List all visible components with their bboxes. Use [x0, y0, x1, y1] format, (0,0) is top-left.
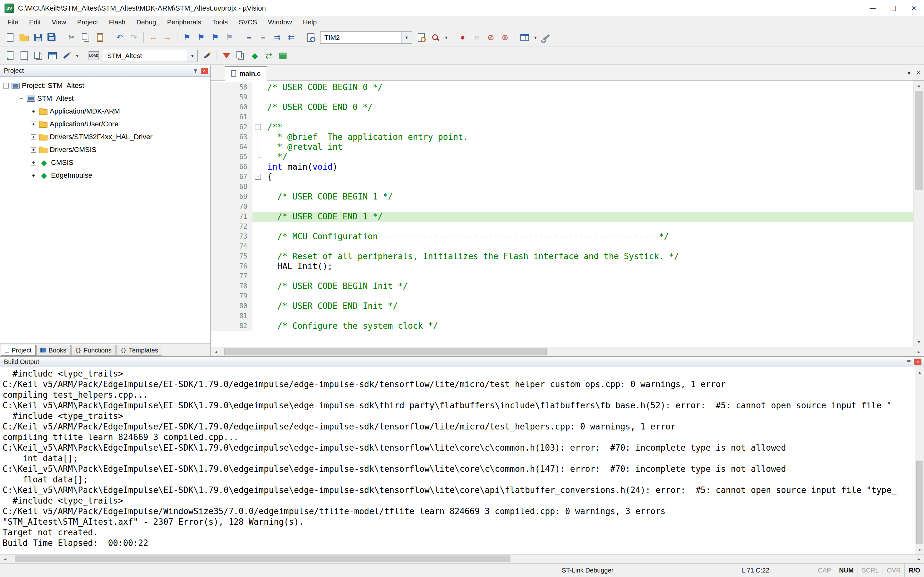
tree-item[interactable]: +◆CMSIS: [0, 156, 210, 169]
menu-edit[interactable]: Edit: [24, 16, 46, 28]
build-output-line[interactable]: compiling tflite_learn_824669_3_compiled…: [3, 432, 915, 443]
menu-peripherals[interactable]: Peripherals: [162, 16, 206, 28]
configure-button[interactable]: [540, 31, 553, 44]
search-options-caret[interactable]: ▾: [443, 31, 450, 44]
uncomment-button[interactable]: ≡: [256, 31, 270, 44]
panel-tab-books[interactable]: Books: [36, 345, 71, 356]
close-button[interactable]: ×: [903, 0, 924, 16]
code-line[interactable]: 67−{: [211, 172, 913, 182]
bookmark-prev-button[interactable]: ⚑: [194, 31, 208, 44]
pin-icon[interactable]: [193, 68, 198, 73]
scroll-up-icon[interactable]: ▴: [915, 367, 924, 377]
disable-breakpoint-button[interactable]: ○: [470, 31, 484, 44]
window-layout-button[interactable]: [518, 31, 531, 44]
code-editor[interactable]: 58/* USER CODE BEGIN 0 */5960/* USER COD…: [211, 81, 924, 347]
tab-main-c[interactable]: main.c: [225, 66, 267, 81]
code-line[interactable]: 68: [211, 182, 913, 192]
build-output-line[interactable]: C:\Keil_v5\ARM\Pack\EdgeImpulse\EI-SDK\1…: [3, 485, 915, 496]
file-extensions-button[interactable]: [220, 49, 233, 63]
code-line[interactable]: 62−/**: [211, 122, 913, 132]
code-line[interactable]: 77: [211, 271, 913, 281]
code-line[interactable]: 60/* USER CODE END 0 */: [211, 102, 913, 112]
chevron-down-icon[interactable]: ▾: [402, 32, 412, 43]
vertical-scrollbar-thumb[interactable]: [915, 91, 923, 190]
build-output-line[interactable]: #include <type_traits>: [3, 411, 915, 421]
scroll-right-icon[interactable]: ▸: [914, 347, 924, 356]
unindent-button[interactable]: ⇇: [285, 31, 298, 44]
code-line[interactable]: 70: [211, 202, 913, 212]
rebuild-button[interactable]: [31, 49, 45, 63]
fold-collapse-icon[interactable]: −: [255, 174, 261, 180]
maximize-button[interactable]: □: [883, 0, 903, 16]
kill-breakpoints-button[interactable]: ⊘: [484, 31, 498, 44]
editor-horizontal-scrollbar[interactable]: ◂ ▸: [211, 347, 924, 356]
expand-icon[interactable]: +: [31, 147, 36, 153]
copy-button[interactable]: [79, 31, 93, 44]
scroll-left-icon[interactable]: ◂: [211, 347, 221, 356]
find-next-button[interactable]: [414, 31, 428, 44]
code-line[interactable]: 69 /* USER CODE BEGIN 1 */: [211, 192, 913, 202]
save-all-button[interactable]: [45, 31, 59, 44]
code-line[interactable]: 82 /* Configure the system clock */: [211, 321, 913, 331]
build-output-line[interactable]: #include <type_traits>: [3, 496, 915, 506]
expand-icon[interactable]: +: [31, 160, 36, 166]
build-output-line[interactable]: C:/Keil_v5/ARM/Pack/EdgeImpulse/EI-SDK/1…: [3, 379, 915, 390]
select-device-button[interactable]: ⇄: [262, 49, 276, 63]
close-build-output-button[interactable]: ×: [914, 359, 921, 365]
paste-button[interactable]: [94, 31, 107, 44]
fold-collapse-icon[interactable]: −: [255, 124, 261, 130]
batch-build-button[interactable]: [45, 49, 59, 63]
expand-icon[interactable]: +: [31, 134, 36, 140]
code-line[interactable]: 59: [211, 92, 913, 102]
code-line[interactable]: 66int main(void): [211, 162, 913, 172]
layout-caret[interactable]: ▾: [532, 31, 539, 44]
build-output-line[interactable]: C:\Keil_v5\ARM\Pack\EdgeImpulse\EI-SDK\1…: [3, 464, 915, 474]
scroll-right-icon[interactable]: ▸: [914, 554, 924, 563]
collapse-icon[interactable]: −: [3, 83, 9, 89]
menu-flash[interactable]: Flash: [104, 16, 131, 28]
find-combo[interactable]: TIM2▾: [320, 31, 412, 44]
menu-file[interactable]: File: [2, 16, 24, 28]
menu-project[interactable]: Project: [71, 16, 103, 28]
vertical-scrollbar-thumb[interactable]: [916, 461, 923, 544]
horizontal-scrollbar-thumb[interactable]: [224, 348, 547, 355]
build-output-line[interactable]: compiling test_helpers.cpp...: [3, 390, 915, 400]
build-output-line[interactable]: C:/Keil_v5/ARM/Pack/EdgeImpulse/WindowSi…: [3, 506, 915, 517]
code-line[interactable]: 63 * @brief The application entry point.: [211, 132, 913, 142]
code-line[interactable]: 58/* USER CODE BEGIN 0 */: [211, 82, 913, 92]
download-button[interactable]: [60, 49, 73, 63]
expand-icon[interactable]: +: [31, 109, 36, 114]
build-output-line[interactable]: C:\Keil_v5\ARM\Pack\EdgeImpulse\EI-SDK\1…: [3, 400, 915, 411]
menu-tools[interactable]: Tools: [206, 16, 233, 28]
panel-tab-functions[interactable]: {}Functions: [71, 345, 116, 356]
fold-margin[interactable]: −: [253, 122, 263, 132]
code-line[interactable]: 78 /* USER CODE BEGIN Init */: [211, 281, 913, 291]
indent-button[interactable]: ⇉: [271, 31, 284, 44]
build-output-line[interactable]: "STM_AItest\STM_AItest.axf" - 2307 Error…: [3, 517, 915, 527]
incremental-find-button[interactable]: [429, 31, 442, 44]
tree-item[interactable]: +Drivers/CMSIS: [0, 143, 210, 156]
bookmark-clear-button[interactable]: ⚑: [223, 31, 236, 44]
build-output-line[interactable]: Build Time Elapsed: 00:00:22: [3, 538, 915, 548]
chevron-down-icon[interactable]: ▾: [187, 50, 197, 61]
download-caret[interactable]: ▾: [74, 49, 81, 63]
open-file-button[interactable]: [17, 31, 31, 44]
build-output-line[interactable]: C:/Keil_v5/ARM/Pack/EdgeImpulse/EI-SDK/1…: [3, 421, 915, 432]
tree-item[interactable]: +Drivers/STM32F4xx_HAL_Driver: [0, 131, 210, 143]
code-line[interactable]: 80 /* USER CODE END Init */: [211, 301, 913, 311]
target-options-button[interactable]: [200, 49, 214, 63]
bookmark-toggle-button[interactable]: ⚑: [180, 31, 194, 44]
build-button[interactable]: [17, 49, 31, 63]
scroll-down-icon[interactable]: ▾: [914, 337, 924, 347]
tab-list-button[interactable]: ▾: [907, 69, 911, 77]
nav-forward-button[interactable]: →: [161, 31, 174, 44]
code-line[interactable]: 81: [211, 311, 913, 321]
minimize-button[interactable]: ─: [863, 0, 883, 16]
tree-item[interactable]: −STM_Altest: [0, 92, 210, 105]
menu-view[interactable]: View: [46, 16, 71, 28]
target-combo[interactable]: STM_Altest▾: [103, 50, 198, 62]
close-project-panel-button[interactable]: ×: [201, 68, 208, 74]
bookmark-next-button[interactable]: ⚑: [208, 31, 222, 44]
expand-icon[interactable]: +: [31, 173, 36, 178]
expand-icon[interactable]: +: [31, 122, 36, 127]
